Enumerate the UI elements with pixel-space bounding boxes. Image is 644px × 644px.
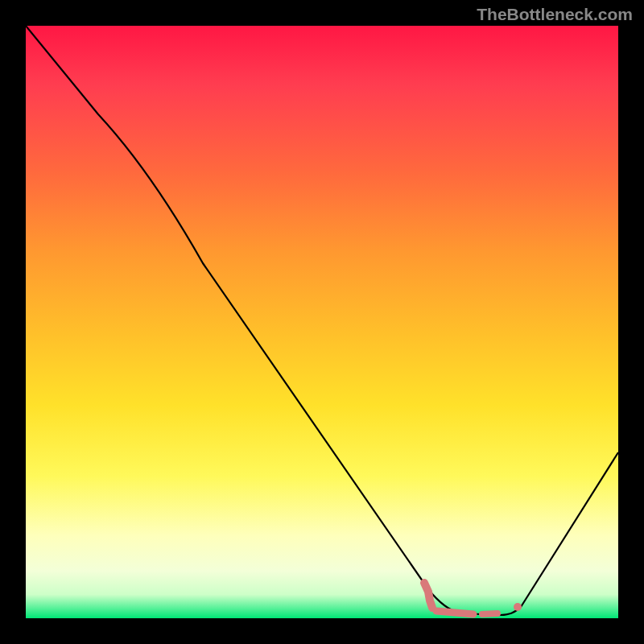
marker-region-flat2-icon [482,613,497,614]
marker-region-flat-icon [436,611,473,614]
watermark-text: TheBottleneck.com [477,5,633,24]
bottleneck-curve [26,26,618,615]
marker-cluster [424,583,522,614]
plot-area [26,26,618,618]
marker-region-tall-icon [424,583,432,608]
chart-svg [26,26,618,618]
marker-dot-icon [514,603,522,611]
